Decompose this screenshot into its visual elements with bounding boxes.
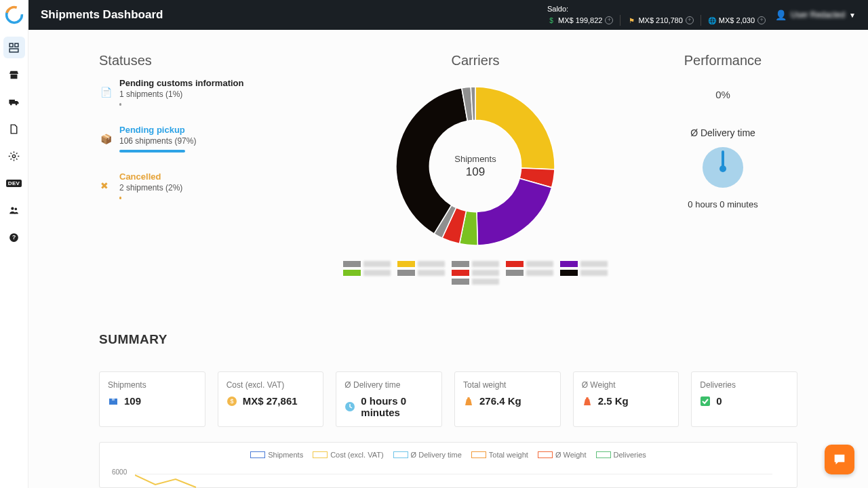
legend-swatch xyxy=(506,270,524,276)
card-value: 2.5 Kg xyxy=(598,395,629,407)
legend-item[interactable] xyxy=(560,270,608,276)
balance-item: 🌐MX$ 2,030+ xyxy=(708,16,766,25)
status-item-pickup[interactable]: 📦Pending pickup106 shipments (97%) xyxy=(100,125,302,152)
sidebar-item-dashboard[interactable] xyxy=(3,37,25,58)
legend-label-redacted xyxy=(526,270,553,276)
svg-point-8 xyxy=(11,207,14,209)
series-swatch xyxy=(538,451,553,458)
legend-item[interactable] xyxy=(506,270,553,276)
add-balance-button[interactable]: + xyxy=(757,16,766,24)
statuses-title: Statuses xyxy=(99,53,302,68)
series-legend-item[interactable]: Deliveries xyxy=(596,451,646,459)
sidebar-item-documents[interactable] xyxy=(3,118,25,140)
sidebar-item-shipments[interactable] xyxy=(3,91,25,113)
legend-item[interactable] xyxy=(452,279,499,285)
topbar: Shipments Dashboard Saldo: $MX$ 199,822+… xyxy=(0,0,868,30)
chat-button[interactable] xyxy=(825,445,854,474)
carriers-donut-chart: Shipments 109 xyxy=(387,78,564,254)
balance-item: ⚑MX$ 210,780+ xyxy=(627,16,693,25)
balance-block: Saldo: $MX$ 199,822+⚑MX$ 210,780+🌐MX$ 2,… xyxy=(547,4,766,26)
main-content: Statuses 📄Pending customs information1 s… xyxy=(28,30,868,488)
statuses-panel: Statuses 📄Pending customs information1 s… xyxy=(99,53,302,285)
delivery-time-label: Ø Delivery time xyxy=(648,127,797,138)
sidebar-item-users[interactable] xyxy=(3,199,25,221)
user-menu[interactable]: 👤 User Redacted ▼ xyxy=(775,9,856,20)
summary-cards: Shipments109Cost (excl. VAT)$MX$ 27,861Ø… xyxy=(99,371,797,427)
card-value: 109 xyxy=(124,395,141,407)
user-name: User Redacted xyxy=(791,10,845,20)
svg-text:$: $ xyxy=(230,398,233,405)
sidebar: DEV ? xyxy=(0,30,28,488)
legend-item[interactable] xyxy=(560,261,608,267)
series-swatch xyxy=(471,451,486,458)
series-swatch xyxy=(596,451,611,458)
card-value: 0 hours 0 minutes xyxy=(361,395,433,418)
brand-logo[interactable] xyxy=(0,0,28,30)
performance-percent: 0% xyxy=(648,89,797,100)
card-label: Total weight xyxy=(463,380,552,390)
truck-icon xyxy=(8,96,20,108)
svg-rect-4 xyxy=(9,48,18,52)
page-title: Shipments Dashboard xyxy=(41,8,163,22)
gauge-icon xyxy=(701,145,745,190)
summary-card: Deliveries0 xyxy=(691,371,797,427)
box-icon xyxy=(108,396,119,407)
series-legend-item[interactable]: Ø Delivery time xyxy=(393,451,462,459)
users-icon xyxy=(8,205,20,216)
donut-center-label: Shipments xyxy=(454,154,496,164)
performance-panel: Performance 0% Ø Delivery time 0 hours 0… xyxy=(648,53,797,285)
summary-chart: ShipmentsCost (excl. VAT)Ø Delivery time… xyxy=(99,442,797,488)
legend-swatch xyxy=(452,279,469,285)
svg-point-20 xyxy=(467,397,470,400)
legend-swatch xyxy=(560,270,578,276)
legend-item[interactable] xyxy=(397,261,445,267)
y-tick: 6000 xyxy=(112,468,127,476)
series-label: Deliveries xyxy=(614,451,646,459)
status-item-pending[interactable]: 📄Pending customs information1 shipments … xyxy=(100,78,302,106)
status-icon: 📄 xyxy=(100,87,113,98)
sidebar-item-dev[interactable]: DEV xyxy=(3,172,25,194)
legend-item[interactable] xyxy=(397,270,445,276)
legend-item[interactable] xyxy=(343,270,391,276)
legend-item[interactable] xyxy=(452,261,499,267)
document-icon xyxy=(8,123,20,135)
sidebar-item-help[interactable]: ? xyxy=(3,226,25,248)
legend-swatch xyxy=(343,270,361,276)
summary-card: Cost (excl. VAT)$MX$ 27,861 xyxy=(218,371,324,427)
sidebar-item-store[interactable] xyxy=(3,64,25,85)
series-label: Ø Weight xyxy=(555,451,587,459)
series-legend-item[interactable]: Shipments xyxy=(250,451,303,459)
weight-icon xyxy=(582,396,593,407)
add-balance-button[interactable]: + xyxy=(605,16,613,24)
sidebar-item-settings[interactable] xyxy=(3,145,25,167)
series-legend-item[interactable]: Cost (excl. VAT) xyxy=(313,451,383,459)
globe-icon: 🌐 xyxy=(708,16,716,24)
legend-label-redacted xyxy=(526,261,553,267)
add-balance-button[interactable]: + xyxy=(686,16,694,24)
legend-label-redacted xyxy=(418,261,445,267)
series-swatch xyxy=(250,451,265,458)
legend-item[interactable] xyxy=(343,261,391,267)
caret-down-icon: ▼ xyxy=(849,12,856,19)
svg-point-9 xyxy=(15,207,18,210)
status-detail: 1 shipments (1%) xyxy=(119,89,243,99)
legend-label-redacted xyxy=(472,261,499,267)
series-legend-item[interactable]: Total weight xyxy=(471,451,528,459)
gear-icon xyxy=(8,150,20,162)
summary-title: SUMMARY xyxy=(99,332,797,347)
series-swatch xyxy=(393,451,408,458)
series-swatch xyxy=(313,451,328,458)
status-detail: 106 shipments (97%) xyxy=(119,136,196,146)
legend-label-redacted xyxy=(580,261,608,267)
carriers-panel: Carriers Shipments 109 xyxy=(309,53,642,285)
legend-item[interactable] xyxy=(506,261,553,267)
status-item-cancel[interactable]: ✖Cancelled2 shipments (2%) xyxy=(100,171,302,199)
legend-item[interactable] xyxy=(452,270,499,276)
dashboard-icon xyxy=(8,42,20,54)
legend-swatch xyxy=(397,261,415,267)
card-label: Deliveries xyxy=(700,380,789,390)
series-legend-item[interactable]: Ø Weight xyxy=(538,451,587,459)
legend-swatch xyxy=(506,261,524,267)
check-icon xyxy=(700,396,711,407)
svg-text:?: ? xyxy=(12,234,16,241)
